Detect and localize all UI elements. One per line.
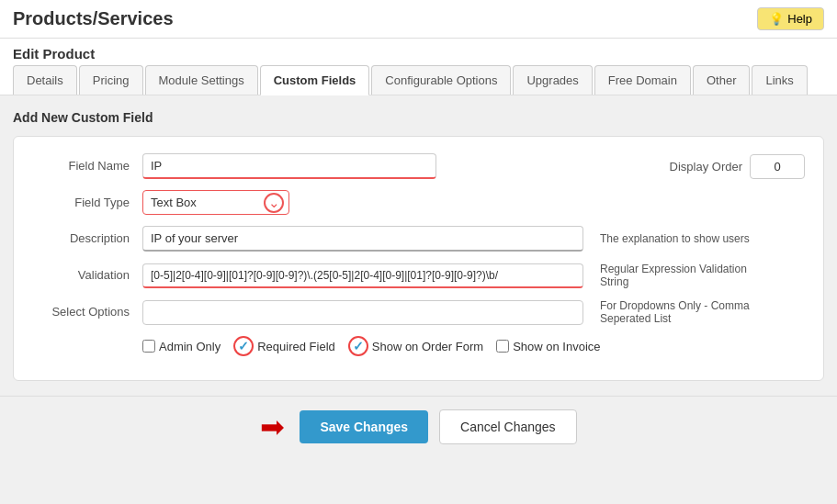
checkboxes-row: Admin Only Required Field Show on Order … <box>32 336 805 356</box>
select-options-hint-group: For Dropdowns Only - Comma Seperated Lis… <box>593 299 750 325</box>
checkboxes-group: Admin Only Required Field Show on Order … <box>142 336 601 356</box>
validation-input[interactable] <box>142 263 583 288</box>
tab-upgrades[interactable]: Upgrades <box>513 65 592 95</box>
field-name-row: Field Name Display Order <box>32 153 805 179</box>
validation-row: Validation Regular Expression Validation… <box>32 263 805 288</box>
tab-free-domain[interactable]: Free Domain <box>594 65 691 95</box>
validation-hint-line2: String <box>600 275 747 288</box>
right-arrow-icon: ➡ <box>260 409 285 444</box>
checkbox-show-on-order-form[interactable]: Show on Order Form <box>348 336 483 356</box>
save-button[interactable]: Save Changes <box>300 410 428 443</box>
main-content: Add New Custom Field Field Name Display … <box>0 95 837 396</box>
validation-input-group: Regular Expression Validation String <box>142 263 805 288</box>
description-label: Description <box>32 226 142 245</box>
validation-hint-line1: Regular Expression Validation <box>600 263 747 275</box>
select-options-label: Select Options <box>32 299 142 319</box>
show-on-invoice-checkbox[interactable] <box>496 340 509 353</box>
show-on-invoice-label: Show on Invoice <box>513 340 600 353</box>
required-field-checkbox-icon[interactable] <box>233 336 254 356</box>
validation-hint-group: Regular Expression Validation String <box>593 263 747 288</box>
checkbox-required-field[interactable]: Required Field <box>233 336 335 356</box>
field-type-label: Field Type <box>32 190 142 209</box>
checkbox-show-on-invoice[interactable]: Show on Invoice <box>496 340 600 353</box>
show-on-order-form-label: Show on Order Form <box>372 340 483 353</box>
tab-pricing[interactable]: Pricing <box>79 65 143 95</box>
tab-custom-fields[interactable]: Custom Fields <box>260 65 370 95</box>
show-on-order-form-checkbox-icon[interactable] <box>348 336 368 356</box>
tabs-bar: Details Pricing Module Settings Custom F… <box>0 65 837 95</box>
description-hint: The explanation to show users <box>600 232 750 245</box>
checkboxes-label <box>32 336 142 342</box>
select-options-hint-line2: Seperated List <box>600 312 750 325</box>
field-name-input-group: Display Order <box>142 153 805 179</box>
tab-details[interactable]: Details <box>13 65 77 95</box>
display-order-input[interactable] <box>750 154 805 179</box>
field-type-input-group: Text Box Text Area Dropdown Password Che… <box>142 190 805 215</box>
field-type-select[interactable]: Text Box Text Area Dropdown Password Che… <box>142 190 289 215</box>
admin-only-label: Admin Only <box>159 340 221 353</box>
checkbox-admin-only[interactable]: Admin Only <box>142 340 221 353</box>
validation-label: Validation <box>32 263 142 282</box>
required-field-label: Required Field <box>257 340 335 353</box>
description-input[interactable] <box>142 226 583 252</box>
select-options-row: Select Options For Dropdowns Only - Comm… <box>32 299 805 325</box>
field-type-wrapper: Text Box Text Area Dropdown Password Che… <box>142 190 289 215</box>
page-title: Products/Services <box>13 8 174 29</box>
admin-only-checkbox[interactable] <box>142 340 155 353</box>
section-title: Add New Custom Field <box>13 110 824 125</box>
edit-product-title: Edit Product <box>0 39 837 65</box>
tab-links[interactable]: Links <box>752 65 807 95</box>
arrow-wrapper: ➡ <box>260 409 288 444</box>
description-row: Description The explanation to show user… <box>32 226 805 252</box>
cancel-button[interactable]: Cancel Changes <box>439 409 577 444</box>
display-order-wrapper: Display Order <box>670 154 805 179</box>
tab-other[interactable]: Other <box>693 65 751 95</box>
description-input-group: The explanation to show users <box>142 226 805 252</box>
select-options-input-group: For Dropdowns Only - Comma Seperated Lis… <box>142 299 805 325</box>
field-name-label: Field Name <box>32 153 142 173</box>
top-bar: Products/Services 💡 Help <box>0 0 837 39</box>
tab-configurable-options[interactable]: Configurable Options <box>371 65 511 95</box>
form-panel: Field Name Display Order Field Type Text… <box>13 136 824 381</box>
field-type-row: Field Type Text Box Text Area Dropdown P… <box>32 190 805 215</box>
display-order-label: Display Order <box>670 160 742 174</box>
select-options-input[interactable] <box>142 300 583 325</box>
select-options-hint-line1: For Dropdowns Only - Comma <box>600 299 750 312</box>
lightbulb-icon: 💡 <box>769 12 784 26</box>
bottom-bar: ➡ Save Changes Cancel Changes <box>0 396 837 457</box>
tab-module-settings[interactable]: Module Settings <box>145 65 258 95</box>
field-name-input[interactable] <box>142 153 436 179</box>
help-button[interactable]: 💡 Help <box>757 7 824 30</box>
